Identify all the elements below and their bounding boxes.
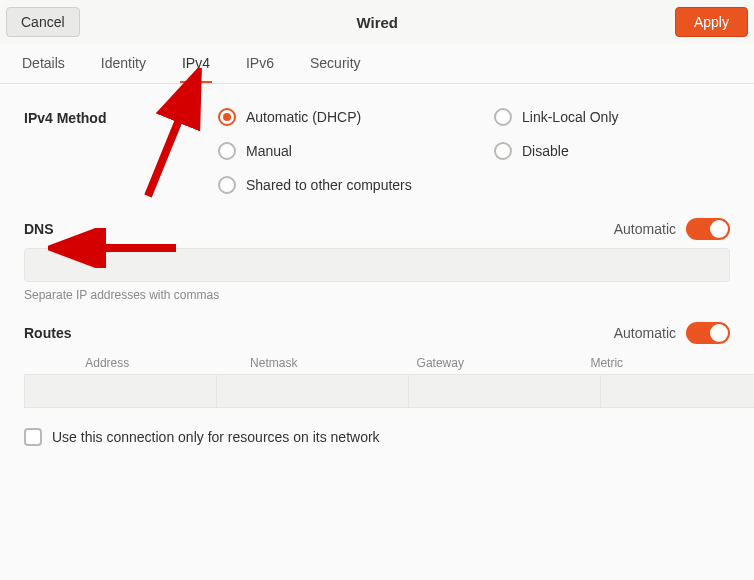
radio-label: Link-Local Only	[522, 109, 619, 125]
dns-hint: Separate IP addresses with commas	[24, 288, 730, 302]
own-resources-label: Use this connection only for resources o…	[52, 429, 380, 445]
tabs: Details Identity IPv4 IPv6 Security	[0, 44, 754, 84]
cancel-button[interactable]: Cancel	[6, 7, 80, 37]
radio-disable[interactable]: Disable	[494, 142, 730, 160]
routes-section: Routes Automatic Address Netmask Gateway…	[24, 322, 730, 446]
network-settings-window: Cancel Wired Apply Details Identity IPv4…	[0, 0, 754, 580]
ipv4-method-options: Automatic (DHCP) Link-Local Only Manual …	[218, 108, 730, 194]
radio-indicator	[218, 142, 236, 160]
tab-ipv6[interactable]: IPv6	[244, 45, 276, 83]
radio-shared[interactable]: Shared to other computers	[218, 176, 730, 194]
routes-col-delete	[690, 356, 730, 370]
radio-manual[interactable]: Manual	[218, 142, 454, 160]
ipv4-method-label: IPv4 Method	[24, 108, 194, 194]
routes-col-address: Address	[24, 356, 191, 370]
tab-security[interactable]: Security	[308, 45, 363, 83]
routes-automatic-label: Automatic	[614, 325, 676, 341]
routes-automatic-switch[interactable]	[686, 322, 730, 344]
routes-table-headers: Address Netmask Gateway Metric	[24, 352, 730, 374]
routes-table: Address Netmask Gateway Metric	[24, 352, 730, 408]
routes-own-resources-row[interactable]: Use this connection only for resources o…	[24, 428, 730, 446]
radio-indicator	[494, 108, 512, 126]
window-title: Wired	[357, 14, 399, 31]
titlebar: Cancel Wired Apply	[0, 0, 754, 44]
radio-indicator	[218, 108, 236, 126]
radio-link-local-only[interactable]: Link-Local Only	[494, 108, 730, 126]
dns-automatic-label: Automatic	[614, 221, 676, 237]
ipv4-method-row: IPv4 Method Automatic (DHCP) Link-Local …	[24, 108, 730, 194]
ipv4-panel: IPv4 Method Automatic (DHCP) Link-Local …	[0, 84, 754, 456]
routes-section-header: Routes Automatic	[24, 322, 730, 344]
dns-title: DNS	[24, 221, 54, 237]
radio-label: Automatic (DHCP)	[246, 109, 361, 125]
routes-title: Routes	[24, 325, 71, 341]
radio-label: Manual	[246, 143, 292, 159]
radio-indicator	[218, 176, 236, 194]
routes-col-netmask: Netmask	[191, 356, 358, 370]
apply-button[interactable]: Apply	[675, 7, 748, 37]
own-resources-checkbox[interactable]	[24, 428, 42, 446]
route-metric-input[interactable]	[601, 374, 754, 408]
radio-label: Shared to other computers	[246, 177, 412, 193]
dns-section-header: DNS Automatic	[24, 218, 730, 240]
radio-automatic-dhcp[interactable]: Automatic (DHCP)	[218, 108, 454, 126]
route-gateway-input[interactable]	[409, 374, 601, 408]
routes-automatic-toggle-wrap: Automatic	[614, 322, 730, 344]
routes-col-gateway: Gateway	[357, 356, 524, 370]
dns-servers-input[interactable]	[24, 248, 730, 282]
tab-identity[interactable]: Identity	[99, 45, 148, 83]
radio-indicator	[494, 142, 512, 160]
dns-automatic-toggle-wrap: Automatic	[614, 218, 730, 240]
table-row	[24, 374, 730, 408]
dns-automatic-switch[interactable]	[686, 218, 730, 240]
tab-details[interactable]: Details	[20, 45, 67, 83]
route-address-input[interactable]	[24, 374, 217, 408]
radio-label: Disable	[522, 143, 569, 159]
route-netmask-input[interactable]	[217, 374, 409, 408]
routes-col-metric: Metric	[524, 356, 691, 370]
tab-ipv4[interactable]: IPv4	[180, 45, 212, 83]
